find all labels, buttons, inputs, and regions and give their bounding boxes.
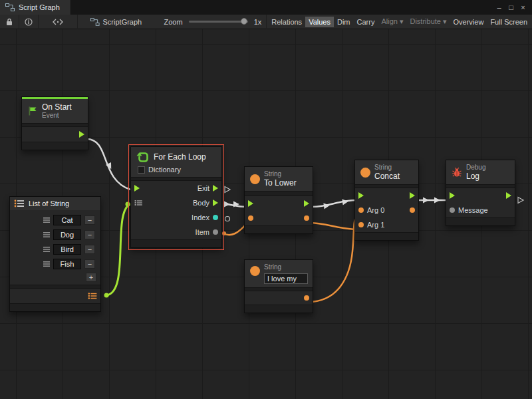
string-type-icon (250, 266, 260, 276)
node-title: To Lower (264, 178, 297, 188)
chevron-down-icon: ▾ (443, 17, 447, 25)
node-footer (131, 239, 221, 247)
string-type-icon (360, 168, 370, 178)
overview-button[interactable]: Overview (450, 17, 487, 27)
fullscreen-button[interactable]: Full Screen (487, 17, 531, 27)
exit-output-port[interactable] (213, 185, 218, 192)
message-input-port[interactable] (450, 207, 455, 213)
node-title: Log (466, 172, 485, 181)
list-item-input[interactable] (53, 215, 81, 225)
remove-item-button[interactable]: − (84, 259, 95, 269)
node-for-each-loop[interactable]: For Each Loop Dictionary Exit Body In (130, 146, 222, 248)
node-divider (245, 191, 313, 196)
remove-item-button[interactable]: − (84, 215, 95, 225)
node-string-to-lower[interactable]: String To Lower (244, 166, 313, 234)
port-label-arg0: Arg 0 (367, 206, 384, 214)
flow-input-port[interactable] (450, 192, 455, 199)
tab-label: Script Graph (19, 3, 60, 11)
string-value-input[interactable] (264, 273, 308, 284)
inspect-button[interactable] (19, 15, 39, 29)
flow-input-port[interactable] (248, 200, 253, 207)
lock-button[interactable] (0, 15, 19, 29)
code-view-button[interactable] (39, 15, 78, 29)
list-input-port[interactable] (134, 200, 142, 206)
remove-item-button[interactable]: − (84, 230, 95, 239)
list-item-handle-icon[interactable] (43, 261, 50, 267)
string-input-port[interactable] (248, 215, 253, 221)
list-item-input[interactable] (53, 244, 81, 255)
node-title: On Start (42, 102, 72, 112)
node-footer (355, 232, 418, 240)
node-string-concat[interactable]: String Concat Arg 0 Arg 1 (354, 160, 419, 241)
close-button[interactable]: × (518, 3, 528, 11)
add-row: + (10, 271, 100, 283)
distribute-dropdown[interactable]: Distribute ▾ (406, 16, 450, 27)
string-type-icon (250, 174, 260, 184)
add-item-button[interactable]: + (86, 273, 96, 282)
list-item: − (10, 242, 100, 257)
values-button[interactable]: Values (305, 17, 334, 27)
list-item-handle-icon[interactable] (43, 232, 50, 237)
port-row (245, 196, 313, 211)
minimize-button[interactable]: – (494, 3, 504, 11)
zoom-value: 1x (251, 17, 265, 27)
flow-output-port[interactable] (410, 192, 415, 199)
node-footer (10, 303, 100, 311)
node-debug-log[interactable]: Debug Log Message (446, 160, 515, 226)
node-on-start[interactable]: On Start Event (21, 96, 88, 150)
port-row: Arg 0 (355, 203, 418, 217)
toolbar-separator (266, 15, 267, 29)
node-kind: String (264, 170, 297, 178)
list-item: − (10, 213, 100, 227)
arg1-input-port[interactable] (358, 222, 364, 227)
flow-input-port[interactable] (358, 192, 364, 199)
index-output-port[interactable] (213, 215, 218, 220)
dim-button[interactable]: Dim (334, 17, 354, 27)
node-title: List of String (29, 200, 69, 207)
item-output-port[interactable] (213, 229, 218, 235)
flow-input-port[interactable] (134, 185, 140, 192)
dictionary-checkbox[interactable] (138, 166, 145, 174)
string-output-port[interactable] (304, 295, 309, 301)
toolbar-right-group: Relations Values Dim Carry Align ▾ Distr… (265, 15, 531, 29)
relations-button[interactable]: Relations (268, 17, 305, 27)
list-item-input[interactable] (53, 229, 81, 240)
remove-item-button[interactable]: − (84, 245, 95, 254)
dictionary-label: Dictionary (148, 166, 181, 174)
port-row (355, 188, 418, 203)
graph-name-label: ScriptGraph (100, 17, 146, 27)
carry-button[interactable]: Carry (354, 17, 378, 27)
flow-output-port[interactable] (304, 200, 309, 207)
list-item-handle-icon[interactable] (43, 247, 50, 252)
node-footer (446, 217, 515, 225)
list-item-handle-icon[interactable] (43, 217, 50, 223)
flow-output-port[interactable] (79, 131, 84, 138)
flow-output-port[interactable] (506, 192, 511, 199)
arg0-input-port[interactable] (358, 207, 364, 213)
tab-script-graph[interactable]: Script Graph (0, 0, 71, 15)
align-dropdown[interactable]: Align ▾ (378, 16, 406, 27)
maximize-button[interactable]: □ (506, 3, 516, 11)
list-item-input[interactable] (53, 259, 81, 269)
port-row: Item (131, 225, 221, 239)
list-output-port[interactable] (88, 292, 97, 300)
list-item: − (10, 257, 100, 271)
code-icon (53, 19, 63, 25)
node-list-of-string[interactable]: List of String − − − − + (9, 196, 101, 312)
node-footer (245, 305, 313, 313)
result-output-port[interactable] (410, 207, 415, 213)
node-string-literal[interactable]: String (244, 259, 313, 313)
string-output-port[interactable] (304, 215, 309, 221)
node-footer (245, 225, 313, 233)
zoom-slider-knob[interactable] (241, 18, 247, 25)
port-label-index: Index (192, 213, 209, 221)
body-output-port[interactable] (213, 200, 218, 206)
chevron-down-icon: ▾ (400, 17, 404, 25)
zoom-slider[interactable] (189, 21, 248, 23)
port-row (245, 211, 313, 225)
port-row (22, 127, 88, 142)
port-row (446, 188, 515, 203)
port-row (245, 291, 313, 305)
lock-icon (5, 18, 13, 26)
align-label: Align (381, 17, 397, 25)
